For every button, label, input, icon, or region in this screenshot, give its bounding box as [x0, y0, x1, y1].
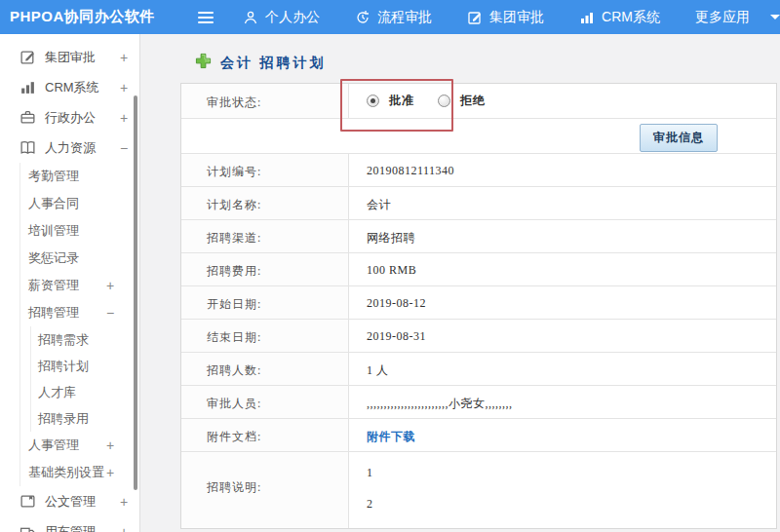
- expand-icon[interactable]: +: [118, 80, 130, 95]
- attachment-download-link[interactable]: 附件下载: [367, 430, 415, 443]
- nav-label: CRM系统: [602, 9, 660, 26]
- sidebar-item-documents[interactable]: 公文管理 +: [0, 486, 139, 516]
- table-row-channel: 招聘渠道: 网络招聘: [181, 220, 776, 253]
- table-row-headcount: 招聘人数: 1 人: [181, 353, 776, 386]
- nav-personal-office[interactable]: 个人办公: [243, 9, 320, 26]
- sidebar-item-salary[interactable]: 薪资管理 +: [20, 272, 139, 299]
- hr-submenu: 考勤管理 人事合同 培训管理 奖惩记录 薪资管理 + 招聘管理 − 招聘需求 招…: [20, 163, 139, 486]
- table-row-plan-name: 计划名称: 会计: [181, 187, 776, 220]
- description-line: 1: [367, 466, 776, 479]
- edit-icon: [20, 49, 36, 65]
- sidebar-item-base-category[interactable]: 基础类别设置 +: [20, 459, 139, 486]
- truck-icon: [20, 523, 36, 532]
- sidebar-item-label: 人力资源: [45, 139, 118, 157]
- sidebar-item-training[interactable]: 培训管理: [20, 217, 139, 245]
- bar-chart-icon: [20, 79, 36, 95]
- expand-icon[interactable]: +: [104, 465, 116, 480]
- add-plus-icon[interactable]: [195, 53, 212, 73]
- sidebar-item-crm[interactable]: CRM系统 +: [0, 72, 139, 102]
- table-row-end-date: 结束日期: 2019-08-31: [181, 320, 776, 353]
- sidebar-item-label: 行政办公: [45, 109, 118, 127]
- nav-label: 流程审批: [377, 9, 432, 26]
- approval-radio-group: 批准 拒绝: [367, 84, 776, 109]
- bar-chart-icon: [579, 10, 595, 25]
- table-row-approvers: 审批人员: ,,,,,,,,,,,,,,,,,,,,,,,,小尧女,,,,,,,…: [181, 386, 776, 419]
- expand-icon[interactable]: +: [118, 110, 130, 126]
- table-row-attachment: 附件文档: 附件下载: [181, 419, 776, 452]
- expand-icon[interactable]: +: [118, 524, 130, 532]
- field-label: 审批人员:: [181, 386, 349, 418]
- menu-toggle-icon[interactable]: [194, 8, 217, 27]
- sidebar-scrollbar[interactable]: [134, 95, 137, 490]
- approval-info-button[interactable]: 审批信息: [640, 124, 718, 152]
- sidebar-item-recruit-demand[interactable]: 招聘需求: [31, 326, 139, 353]
- sidebar: 集团审批 + CRM系统 + 行政办公 + 人力资源 − 考勤管理: [0, 34, 140, 532]
- page-title: 会计 招聘计划: [195, 53, 780, 73]
- nav-more-apps[interactable]: 更多应用: [695, 9, 780, 26]
- book-icon: [20, 139, 36, 156]
- table-row-cost: 招聘费用: 100 RMB: [181, 253, 776, 286]
- collapse-icon[interactable]: −: [118, 140, 130, 156]
- field-label: 计划名称:: [181, 187, 349, 219]
- field-value: ,,,,,,,,,,,,,,,,,,,,,,,,小尧女,,,,,,,,: [349, 386, 776, 418]
- sidebar-item-recruit-hire[interactable]: 招聘录用: [31, 405, 139, 432]
- sidebar-item-talent-pool[interactable]: 人才库: [31, 379, 139, 405]
- edit-icon: [467, 10, 483, 25]
- nav-label: 更多应用: [695, 9, 750, 26]
- sidebar-item-hr-contract[interactable]: 人事合同: [20, 190, 139, 217]
- field-label: 结束日期:: [181, 320, 349, 352]
- nav-group-approval[interactable]: 集团审批: [467, 9, 544, 26]
- user-icon: [243, 10, 258, 25]
- sidebar-item-label: 集团审批: [45, 49, 118, 66]
- sidebar-item-vehicle[interactable]: 用车管理 +: [0, 516, 139, 532]
- expand-icon[interactable]: +: [118, 494, 130, 510]
- sidebar-item-admin-office[interactable]: 行政办公 +: [0, 102, 139, 133]
- field-value: 20190812111340: [349, 154, 776, 186]
- top-bar: PHPOA协同办公软件 个人办公 流程审批: [0, 0, 780, 34]
- sidebar-item-group-approval[interactable]: 集团审批 +: [0, 42, 139, 72]
- radio-approve-label[interactable]: 批准: [389, 93, 414, 109]
- sidebar-item-attendance[interactable]: 考勤管理: [20, 163, 139, 190]
- field-value: 网络招聘: [349, 220, 776, 252]
- caret-down-icon[interactable]: [770, 15, 780, 19]
- radio-reject-label[interactable]: 拒绝: [460, 93, 486, 109]
- table-row-description: 招聘说明: 1 2: [181, 452, 776, 528]
- field-label: 附件文档:: [181, 419, 349, 451]
- table-row-plan-no: 计划编号: 20190812111340: [181, 154, 776, 187]
- app-title: PHPOA协同办公软件: [0, 8, 182, 26]
- sidebar-item-recruit-mgmt[interactable]: 招聘管理 −: [20, 299, 139, 326]
- field-value: 会计: [349, 187, 776, 219]
- field-label: 开始日期:: [181, 286, 349, 319]
- document-icon: [20, 493, 36, 510]
- page-title-text: 会计 招聘计划: [220, 55, 327, 72]
- recruit-submenu: 招聘需求 招聘计划 人才库 招聘录用: [30, 326, 139, 432]
- top-nav: 个人办公 流程审批 集团审批 CRM系统: [243, 9, 780, 26]
- sidebar-item-label: 用车管理: [45, 523, 118, 532]
- field-value: 1 人: [349, 353, 776, 385]
- approval-status-row: 审批状态: 批准 拒绝: [181, 84, 776, 119]
- nav-label: 个人办公: [265, 9, 320, 26]
- radio-reject[interactable]: [438, 95, 450, 107]
- recruit-plan-detail-table: 审批状态: 批准 拒绝 审批信息 计划编号: 20190812111340 计划…: [180, 83, 777, 529]
- radio-approve[interactable]: [367, 95, 379, 107]
- expand-icon[interactable]: +: [104, 278, 116, 293]
- sidebar-item-hr[interactable]: 人力资源 −: [0, 133, 139, 163]
- sidebar-item-rewards[interactable]: 奖惩记录: [20, 245, 139, 272]
- field-label: 招聘人数:: [181, 353, 349, 385]
- description-line: 2: [367, 497, 776, 511]
- field-label: 招聘费用:: [181, 253, 349, 285]
- sidebar-item-personnel-mgmt[interactable]: 人事管理 +: [20, 432, 139, 459]
- collapse-icon[interactable]: −: [104, 305, 116, 321]
- nav-label: 集团审批: [489, 9, 544, 26]
- nav-crm-system[interactable]: CRM系统: [579, 9, 660, 26]
- field-label: 招聘说明:: [181, 452, 349, 528]
- field-label: 招聘渠道:: [181, 220, 349, 252]
- sidebar-item-recruit-plan[interactable]: 招聘计划: [31, 353, 139, 379]
- field-value: 100 RMB: [349, 253, 776, 285]
- nav-process-approval[interactable]: 流程审批: [355, 9, 432, 26]
- field-label: 计划编号:: [181, 154, 349, 186]
- table-row-start-date: 开始日期: 2019-08-12: [181, 286, 776, 320]
- expand-icon[interactable]: +: [118, 50, 130, 65]
- expand-icon[interactable]: +: [104, 437, 116, 453]
- main-content: 会计 招聘计划 审批状态: 批准 拒绝 审批信息 计划编号: 201908121…: [141, 34, 780, 532]
